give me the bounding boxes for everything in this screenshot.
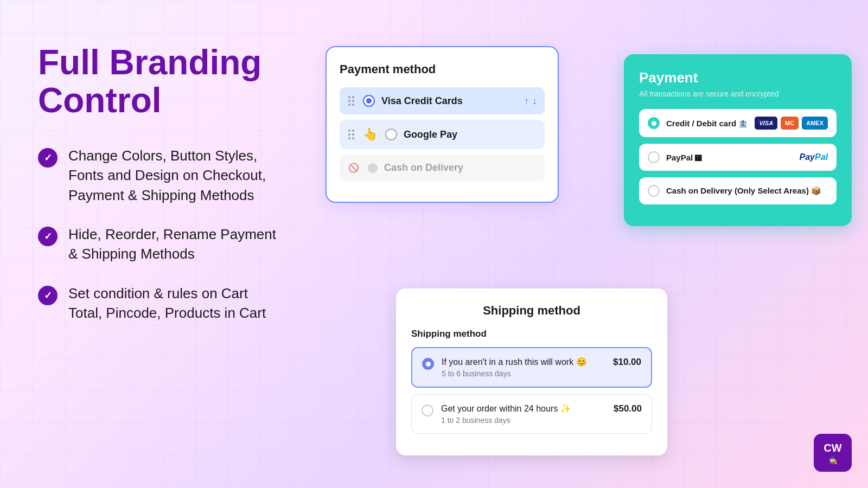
googlepay-label: Google Pay bbox=[404, 129, 457, 140]
visa-method-item[interactable]: Visa Credit Cards ↑ ↓ bbox=[340, 87, 545, 114]
shipping-card: Shipping method Shipping method If you a… bbox=[396, 288, 667, 455]
shipping-option-slow[interactable]: If you aren't in a rush this will work 😊… bbox=[411, 347, 652, 388]
googlepay-method-item[interactable]: 👆 Google Pay bbox=[340, 120, 545, 149]
credit-label: Credit / Debit card 🏦 bbox=[666, 119, 748, 128]
cw-logo: CW 🧙 bbox=[814, 434, 852, 472]
credit-debit-option[interactable]: Credit / Debit card 🏦 VISA MC AMEX bbox=[639, 109, 837, 137]
googlepay-radio[interactable] bbox=[385, 129, 397, 140]
shipping-days-slow: 5 to 6 business days bbox=[442, 369, 605, 378]
payment-teal-title: Payment bbox=[639, 69, 837, 86]
visa-badge: VISA bbox=[755, 117, 777, 130]
shipping-radio-fast[interactable] bbox=[422, 404, 433, 416]
drag-handle-googlepay[interactable] bbox=[348, 130, 354, 139]
credit-radio[interactable] bbox=[648, 117, 660, 129]
cod-payment-option[interactable]: Cash on Delivery (Only Select Areas) 📦 bbox=[639, 177, 837, 204]
feature-item: Change Colors, Button Styles, Fonts and … bbox=[38, 146, 282, 205]
cw-logo-sub: 🧙 bbox=[828, 455, 838, 464]
check-icon-2 bbox=[38, 227, 58, 246]
shipping-option-fast[interactable]: Get your order within 24 hours ✨ 1 to 2 … bbox=[411, 394, 652, 434]
main-title: Full Branding Control bbox=[38, 43, 282, 120]
visa-label: Visa Credit Cards bbox=[381, 95, 463, 107]
shipping-name-slow: If you aren't in a rush this will work 😊 bbox=[442, 357, 605, 367]
cod-payment-radio[interactable] bbox=[648, 185, 660, 197]
shipping-info-fast: Get your order within 24 hours ✨ 1 to 2 … bbox=[441, 403, 606, 425]
shipping-price-fast: $50.00 bbox=[614, 403, 642, 414]
check-icon-1 bbox=[38, 148, 58, 168]
shipping-section-label: Shipping method bbox=[411, 329, 652, 339]
eye-off-icon: 🚫 bbox=[348, 163, 359, 173]
payment-method-title: Payment method bbox=[340, 62, 545, 76]
title-line1: Full Branding bbox=[38, 43, 261, 82]
mastercard-badge: MC bbox=[781, 117, 799, 130]
visa-radio[interactable] bbox=[363, 95, 375, 107]
paypal-option[interactable]: PayPal 🅿 PayPal bbox=[639, 144, 837, 171]
page-layout: Full Branding Control Change Colors, But… bbox=[0, 0, 868, 488]
shipping-radio-slow[interactable] bbox=[422, 358, 434, 370]
reorder-arrows: ↑ ↓ bbox=[524, 96, 537, 106]
cw-logo-text: CW bbox=[824, 442, 841, 454]
payment-method-card: Payment method Visa Credit Cards ↑ ↓ 👆 bbox=[326, 46, 559, 203]
paypal-label: PayPal 🅿 bbox=[666, 153, 793, 162]
right-panel: Payment method Visa Credit Cards ↑ ↓ 👆 bbox=[315, 0, 868, 488]
cod-label: Cash on Delivery bbox=[384, 162, 463, 174]
paypal-radio[interactable] bbox=[648, 151, 660, 163]
feature-list: Change Colors, Button Styles, Fonts and … bbox=[38, 146, 282, 323]
arrow-up-icon[interactable]: ↑ bbox=[524, 96, 529, 106]
shipping-days-fast: 1 to 2 business days bbox=[441, 416, 606, 425]
title-line2: Control bbox=[38, 81, 162, 120]
shipping-info-slow: If you aren't in a rush this will work 😊… bbox=[442, 357, 605, 378]
cod-radio bbox=[368, 163, 378, 173]
feature-text-3: Set condition & rules on Cart Total, Pin… bbox=[68, 284, 282, 323]
amex-badge: AMEX bbox=[802, 117, 828, 130]
feature-item-2: Hide, Reorder, Rename Payment & Shipping… bbox=[38, 224, 282, 264]
payment-teal-subtitle: All transactions are secure and encrypte… bbox=[639, 89, 837, 98]
payment-logos-credit: VISA MC AMEX bbox=[755, 117, 828, 130]
paypal-logo: PayPal bbox=[800, 152, 828, 162]
feature-item-3: Set condition & rules on Cart Total, Pin… bbox=[38, 284, 282, 323]
shipping-price-slow: $10.00 bbox=[613, 357, 641, 368]
left-panel: Full Branding Control Change Colors, But… bbox=[0, 0, 315, 488]
feature-text-2: Hide, Reorder, Rename Payment & Shipping… bbox=[68, 224, 282, 264]
shipping-name-fast: Get your order within 24 hours ✨ bbox=[441, 403, 606, 414]
payment-teal-card: Payment All transactions are secure and … bbox=[624, 54, 852, 226]
feature-text-1: Change Colors, Button Styles, Fonts and … bbox=[68, 146, 282, 205]
shipping-card-title: Shipping method bbox=[411, 304, 652, 318]
hand-cursor-icon: 👆 bbox=[363, 127, 378, 142]
cod-payment-label: Cash on Delivery (Only Select Areas) 📦 bbox=[666, 186, 828, 196]
arrow-down-icon[interactable]: ↓ bbox=[532, 96, 537, 106]
cod-method-item: 🚫 Cash on Delivery bbox=[340, 155, 545, 181]
drag-handle-visa[interactable] bbox=[348, 96, 354, 106]
check-icon-3 bbox=[38, 286, 58, 305]
payment-logos-paypal: PayPal bbox=[800, 152, 828, 162]
